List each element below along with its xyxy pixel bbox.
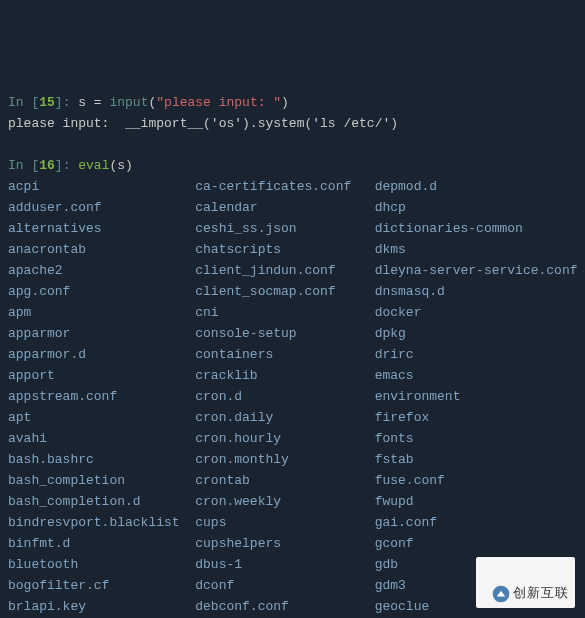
cell1-prompt: In [15]: <box>8 95 78 110</box>
cell-number: 16 <box>39 158 55 173</box>
terminal-output: In [15]: s = input("please input: ") ple… <box>8 92 577 618</box>
variable: s <box>78 95 86 110</box>
rparen: ) <box>281 95 289 110</box>
rparen: ) <box>125 158 133 173</box>
watermark-icon <box>491 584 511 604</box>
cell-number: 15 <box>39 95 55 110</box>
watermark-text: 创新互联 <box>513 585 569 600</box>
cell2-prompt: In [16]: <box>8 158 78 173</box>
watermark: 创新互联 <box>476 557 575 608</box>
close-bracket: ]: <box>55 158 78 173</box>
in-label: In [ <box>8 158 39 173</box>
in-label: In [ <box>8 95 39 110</box>
close-bracket: ]: <box>55 95 78 110</box>
string-arg: "please input: " <box>156 95 281 110</box>
input-keyword: input <box>109 95 148 110</box>
eval-keyword: eval <box>78 158 109 173</box>
input-echo: please input: __import__('os').system('l… <box>8 116 398 131</box>
arg: s <box>117 158 125 173</box>
equals: = <box>86 95 109 110</box>
file-listing: acpi ca-certificates.conf depmod.d addus… <box>8 179 578 618</box>
